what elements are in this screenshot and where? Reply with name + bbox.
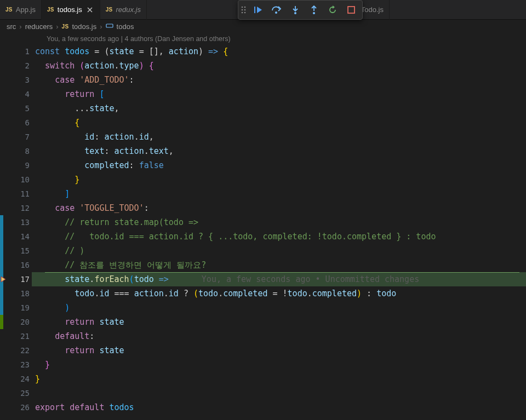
line-number: 1 — [3, 47, 35, 56]
restart-icon[interactable] — [324, 2, 341, 18]
stop-icon[interactable] — [342, 2, 360, 18]
code-line[interactable]: 13 // return state.map(todo => — [0, 215, 526, 229]
code-line[interactable]: 11 ] — [0, 187, 526, 201]
line-number: 13 — [3, 218, 35, 227]
chevron-right-icon: › — [100, 22, 102, 31]
tab-label: redux.js — [116, 5, 141, 14]
line-number: 11 — [3, 189, 35, 198]
svg-rect-6 — [254, 7, 255, 13]
line-number: 25 — [3, 389, 35, 398]
line-number: 17 — [3, 275, 35, 284]
svg-rect-10 — [348, 7, 355, 13]
step-into-icon[interactable] — [287, 2, 304, 18]
svg-point-3 — [244, 9, 246, 11]
code-line[interactable]: 3 case 'ADD_TODO': — [0, 73, 526, 87]
close-icon[interactable] — [85, 5, 94, 14]
debug-current-icon — [0, 275, 7, 283]
line-number: 15 — [3, 246, 35, 255]
code-line[interactable]: 1 const todos = (state = [], action) => … — [0, 44, 526, 59]
code-line[interactable]: 25 — [0, 386, 526, 400]
tab-app[interactable]: JS App.js — [0, 0, 42, 20]
svg-point-4 — [242, 12, 243, 14]
code-line[interactable]: 7 id: action.id, — [0, 130, 526, 144]
svg-point-7 — [275, 11, 277, 14]
code-line[interactable]: 18 todo.id === action.id ? (todo.complet… — [0, 286, 526, 301]
code-line[interactable]: 16 // 참조를 변경하면 어떻게 될까요? — [0, 258, 526, 272]
line-number: 2 — [3, 61, 35, 70]
js-icon: JS — [5, 7, 13, 13]
line-number: 7 — [3, 133, 35, 141]
crumb-folder[interactable]: reducers — [25, 22, 53, 31]
crumb-folder[interactable]: src — [7, 22, 16, 31]
line-number: 26 — [3, 403, 35, 412]
drag-handle-icon[interactable] — [241, 5, 248, 14]
line-number: 10 — [3, 175, 35, 184]
code-line[interactable]: 20 return state — [0, 315, 526, 329]
line-number: 14 — [3, 232, 35, 241]
line-number: 12 — [3, 204, 35, 212]
continue-icon[interactable] — [249, 2, 267, 18]
js-icon: JS — [47, 7, 54, 13]
tab-bar: JS App.js JS todos.js JS redux.js — [0, 0, 526, 20]
code-line[interactable]: 8 text: action.text, — [0, 144, 526, 158]
line-number: 21 — [3, 332, 35, 341]
tab-label: todos.js — [58, 5, 82, 14]
code-line[interactable]: 9 completed: false — [0, 158, 526, 172]
svg-point-0 — [242, 7, 243, 8]
code-line[interactable]: 4 return [ — [0, 87, 526, 101]
debug-toolbar[interactable] — [238, 0, 363, 20]
code-line-current[interactable]: 17 state.forEach(todo =>You, a few secon… — [0, 272, 526, 286]
code-line[interactable]: 24 } — [0, 372, 526, 386]
chevron-right-icon: › — [56, 22, 58, 31]
tab-redux[interactable]: JS redux.js — [100, 0, 147, 20]
code-line[interactable]: 26 export default todos — [0, 400, 526, 415]
line-number: 16 — [3, 261, 35, 269]
code-line[interactable]: 22 return state — [0, 343, 526, 358]
symbol-variable-icon — [106, 22, 113, 31]
code-editor[interactable]: You, a few seconds ago | 4 authors (Dan … — [0, 33, 526, 415]
code-line[interactable]: 23 } — [0, 358, 526, 372]
svg-point-2 — [242, 9, 243, 11]
svg-point-9 — [313, 12, 315, 14]
code-line[interactable]: 19 ) — [0, 301, 526, 315]
code-line[interactable]: 12 case 'TOGGLE_TODO': — [0, 201, 526, 215]
step-out-icon[interactable] — [305, 2, 323, 18]
code-line[interactable]: 10 } — [0, 172, 526, 187]
code-line[interactable]: 5 ...state, — [0, 101, 526, 116]
line-number: 20 — [3, 318, 35, 326]
crumb-file[interactable]: todos.js — [72, 22, 96, 31]
line-number: 5 — [3, 104, 35, 113]
line-number: 6 — [3, 118, 35, 127]
line-number: 24 — [3, 375, 35, 383]
svg-rect-11 — [106, 24, 113, 27]
js-icon: JS — [62, 24, 69, 30]
js-icon: JS — [106, 7, 113, 13]
line-number: 23 — [3, 360, 35, 369]
code-line[interactable]: 6 { — [0, 116, 526, 130]
svg-point-8 — [294, 12, 296, 14]
crumb-symbol[interactable]: todos — [117, 22, 134, 31]
line-number: 22 — [3, 346, 35, 355]
tab-todos[interactable]: JS todos.js — [42, 0, 100, 20]
git-codelens[interactable]: You, a few seconds ago | 4 authors (Dan … — [0, 33, 526, 44]
line-number: 3 — [3, 76, 35, 84]
chevron-right-icon: › — [19, 22, 21, 31]
code-line[interactable]: 15 // ) — [0, 244, 526, 258]
code-line[interactable]: 21 default: — [0, 329, 526, 343]
line-number: 4 — [3, 90, 35, 99]
svg-point-1 — [244, 7, 246, 8]
code-line[interactable]: 14 // todo.id === action.id ? { ...todo,… — [0, 229, 526, 244]
git-blame-inline: You, a few seconds ago • Uncommitted cha… — [169, 274, 419, 284]
line-number: 18 — [3, 289, 35, 298]
line-number: 9 — [3, 161, 35, 170]
svg-point-5 — [244, 12, 246, 14]
breadcrumb[interactable]: src › reducers › JS todos.js › todos — [0, 20, 526, 33]
code-line[interactable]: 2 switch (action.type) { — [0, 59, 526, 73]
line-number: 19 — [3, 303, 35, 312]
line-number: 8 — [3, 147, 35, 156]
tab-label: App.js — [16, 5, 36, 14]
step-over-icon[interactable] — [268, 2, 285, 18]
